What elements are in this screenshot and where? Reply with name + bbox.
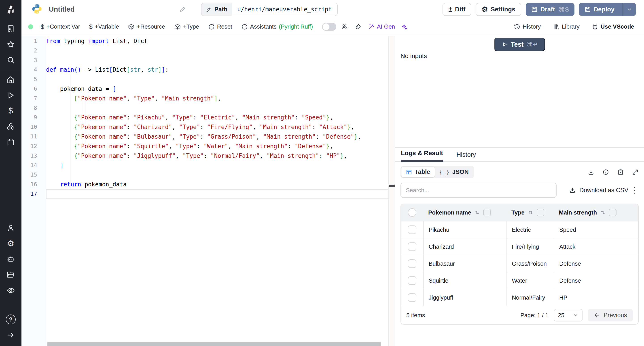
row-checkbox[interactable] <box>408 293 416 302</box>
table-cell: Defense <box>554 255 638 272</box>
info-icon[interactable] <box>602 169 609 175</box>
table-row[interactable]: BulbasaurGrass/PoisonDefense <box>401 255 638 272</box>
view-mode-json[interactable]: { } JSON <box>435 167 474 177</box>
diff-button[interactable]: ± Diff <box>442 3 471 16</box>
code-line[interactable]: 7 ["Pokemon name", "Type", "Main strengt… <box>22 94 388 103</box>
row-checkbox[interactable] <box>408 242 416 251</box>
code-line[interactable]: 8 <box>22 103 388 113</box>
deploy-dropdown-button[interactable] <box>622 3 636 16</box>
editor-horizontal-scrollbar[interactable] <box>48 342 380 346</box>
add-type-button[interactable]: +Type <box>174 23 199 30</box>
workspace-icon[interactable] <box>0 21 22 37</box>
code-editor[interactable]: 1from typing import List, Dict234def mai… <box>22 36 395 346</box>
resources-blocks-icon[interactable] <box>0 119 22 134</box>
row-checkbox[interactable] <box>408 276 416 285</box>
column-toggle[interactable] <box>537 209 544 216</box>
code-line[interactable]: 2 <box>22 46 388 56</box>
panel-divider[interactable] <box>395 36 395 346</box>
code-line[interactable]: 9 {"Pokemon name": "Pikachu", "Type": "E… <box>22 113 388 122</box>
code-line[interactable]: 4def main() -> List[Dict[str, str]]: <box>22 65 388 75</box>
table-row[interactable]: SquirtleWaterDefense <box>401 272 638 289</box>
code-line[interactable]: 10 {"Pokemon name": "Charizard", "Type":… <box>22 122 388 132</box>
download-csv-button[interactable]: Download as CSV <box>569 187 628 194</box>
sparkles-icon[interactable] <box>401 23 408 30</box>
add-resource-button[interactable]: +Resource <box>128 23 165 30</box>
braces-icon: { } <box>439 169 450 175</box>
clipboard-copy-icon[interactable] <box>617 169 624 175</box>
line-number: 4 <box>22 65 46 75</box>
test-button[interactable]: Test ⌘↵ <box>494 38 545 51</box>
history-button[interactable]: History <box>514 23 541 30</box>
ai-gen-button[interactable]: AI Gen <box>368 23 395 30</box>
audit-eye-icon[interactable] <box>0 283 22 298</box>
table-row[interactable]: PikachuElectricSpeed <box>401 221 638 238</box>
settings-button[interactable]: ⚙ Settings <box>476 3 521 16</box>
code-line[interactable]: 3 <box>22 56 388 65</box>
workers-robot-icon[interactable] <box>0 251 22 267</box>
expand-icon[interactable] <box>632 169 639 175</box>
search-input[interactable] <box>400 182 556 198</box>
download-icon[interactable] <box>588 169 594 175</box>
favorites-star-icon[interactable] <box>0 37 22 52</box>
folders-icon[interactable] <box>0 267 22 283</box>
code-line[interactable]: 16 return pokemon_data <box>22 180 388 189</box>
select-all-checkbox[interactable] <box>408 208 416 217</box>
row-checkbox[interactable] <box>408 259 416 268</box>
table-cell: Normal/Fairy <box>506 289 554 306</box>
path-value: u/henri/maneuverable_script <box>232 6 337 13</box>
multiplayer-users-icon[interactable] <box>341 23 348 30</box>
sort-icon[interactable] <box>474 210 480 215</box>
editor-vertical-scrollbar[interactable] <box>388 36 395 346</box>
draft-button[interactable]: Draft ⌘S <box>526 3 574 16</box>
sort-icon[interactable] <box>528 210 534 215</box>
help-icon[interactable]: ? <box>0 312 22 327</box>
table-row[interactable]: CharizardFire/FlyingAttack <box>401 238 638 255</box>
code-line[interactable]: 13 {"Pokemon name": "Jigglypuff", "Type"… <box>22 151 388 161</box>
previous-page-button[interactable]: Previous <box>588 309 633 322</box>
expand-sidebar-arrow-icon[interactable] <box>0 327 22 343</box>
add-context-var-button[interactable]: $ +Context Var <box>41 23 80 30</box>
reset-button[interactable]: Reset <box>208 23 232 30</box>
format-brush-icon[interactable] <box>355 23 361 30</box>
right-panel: Test ⌘↵ No inputs Logs & Result History … <box>395 36 644 346</box>
column-toggle[interactable] <box>609 209 616 216</box>
code-line[interactable]: 17 <box>22 189 388 199</box>
rename-pencil-icon[interactable] <box>180 5 186 13</box>
code-line[interactable]: 11 {"Pokemon name": "Bulbasaur", "Type":… <box>22 132 388 142</box>
settings-gear-icon[interactable]: ⚙ <box>0 236 22 251</box>
tab-history[interactable]: History <box>456 151 476 162</box>
code-line[interactable]: 6 pokemon_data = [ <box>22 84 388 94</box>
kebab-menu-icon[interactable]: ⋮ <box>630 186 639 194</box>
schedules-calendar-icon[interactable] <box>0 134 22 150</box>
code-line[interactable]: 14 ] <box>22 161 388 170</box>
page-size-select[interactable]: 25 <box>554 309 582 322</box>
line-number: 10 <box>22 122 46 132</box>
view-mode-row: Table { } JSON <box>400 166 639 178</box>
home-icon[interactable] <box>0 72 22 88</box>
use-vscode-button[interactable]: Use VScode <box>592 23 634 30</box>
assistants-button[interactable]: Assistants (Pyright Ruff) <box>241 23 313 30</box>
sort-icon[interactable] <box>600 210 606 215</box>
row-checkbox[interactable] <box>408 225 416 234</box>
table-row[interactable]: JigglypuffNormal/FairyHP <box>401 289 638 306</box>
add-variable-button[interactable]: $ +Variable <box>89 23 119 30</box>
code-line[interactable]: 1from typing import List, Dict <box>22 36 388 46</box>
view-mode-table[interactable]: Table <box>402 167 435 177</box>
code-line[interactable]: 5 <box>22 75 388 84</box>
user-icon[interactable] <box>0 220 22 236</box>
assistant-toggle[interactable] <box>322 23 336 31</box>
deploy-button[interactable]: Deploy <box>579 3 636 16</box>
search-icon[interactable] <box>0 52 22 68</box>
path-field[interactable]: Path u/henri/maneuverable_script <box>201 3 338 16</box>
table-cell: Speed <box>554 221 638 238</box>
code-line[interactable]: 12 {"Pokemon name": "Squirtle", "Type": … <box>22 142 388 151</box>
column-toggle[interactable] <box>483 209 491 216</box>
library-button[interactable]: Library <box>553 23 580 30</box>
tab-logs-result[interactable]: Logs & Result <box>401 150 443 162</box>
code-line[interactable]: 15 <box>22 170 388 180</box>
runs-play-icon[interactable] <box>0 88 22 103</box>
assistants-status: (Pyright Ruff) <box>279 23 313 30</box>
variables-dollar-icon[interactable]: $ <box>0 103 22 119</box>
windmill-logo-icon[interactable] <box>5 3 16 15</box>
line-number: 8 <box>22 103 46 113</box>
